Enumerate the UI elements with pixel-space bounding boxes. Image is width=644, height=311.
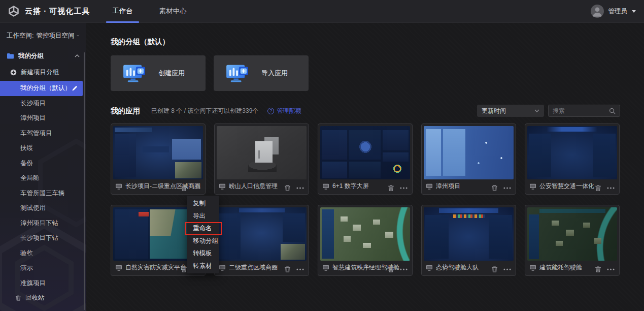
sidebar-group-item[interactable]: 车驾管项目 — [0, 126, 86, 141]
app-card[interactable]: 崂山人口信息管理 — [214, 123, 309, 195]
app-card[interactable]: 智慧建筑秩序经理驾驶舱 — [318, 205, 413, 276]
app-card[interactable]: 态势驾驶舱大队 — [421, 205, 516, 276]
chevron-down-icon[interactable] — [632, 10, 636, 13]
app-card[interactable]: 漳州项目 — [421, 123, 516, 195]
delete-icon[interactable] — [595, 184, 601, 192]
person-icon — [591, 5, 604, 18]
sort-value: 更新时间 — [482, 107, 506, 115]
sidebar-group-item[interactable]: 备份 — [0, 156, 86, 171]
sidebar-group-item[interactable]: 全局舱 — [0, 171, 86, 186]
group-item-label: 漳州项目 — [20, 114, 46, 122]
app-card[interactable]: 6+1 数字大屏 — [318, 123, 413, 195]
more-icon[interactable] — [503, 187, 511, 189]
sidebar-group-item[interactable]: 漳州项目 — [0, 111, 86, 126]
app-thumbnail — [527, 126, 617, 179]
quota-text: 已创建 8 个 / 该空间下还可以创建339个 — [151, 107, 258, 115]
screen-icon — [529, 183, 536, 190]
app-card-actions — [595, 266, 615, 273]
context-menu-item[interactable]: 移动分组 — [187, 235, 219, 247]
app-thumbnail — [424, 126, 514, 179]
manage-quota-link[interactable]: 管理配额 — [277, 107, 301, 115]
sidebar-group-item[interactable]: 扶绥 — [0, 141, 86, 156]
context-menu-item[interactable]: 转素材 — [187, 260, 219, 272]
topbar-tab[interactable]: 素材中心 — [146, 0, 200, 23]
recycle-label: 回收站 — [25, 294, 45, 302]
group-item-label: 测试使用 — [20, 204, 46, 212]
delete-icon[interactable] — [388, 184, 394, 192]
group-item-label: 长沙项目 — [20, 99, 46, 108]
delete-icon[interactable] — [491, 266, 498, 273]
group-item-label: 准旗项目 — [20, 279, 46, 288]
folder-icon — [7, 53, 14, 59]
context-menu-item[interactable]: 转模板 — [187, 247, 219, 260]
app-card[interactable]: 公安智慧交通一体化 — [525, 123, 620, 195]
app-title: 态势驾驶舱大队 — [436, 263, 479, 272]
app-card[interactable]: 建筑能耗驾驶舱 — [525, 205, 620, 276]
logo-title: 云搭 · 可视化工具 — [25, 7, 90, 16]
create-app-button[interactable]: 创建应用 — [111, 55, 206, 91]
app-title: 崂山人口信息管理 — [229, 182, 278, 191]
workspace-selector[interactable]: 工作空间: 管控项目空间 — [0, 23, 86, 48]
delete-icon[interactable] — [284, 184, 291, 192]
sidebar-group-item[interactable]: 准旗项目 — [0, 276, 86, 291]
my-groups-header[interactable]: 我的分组 — [0, 48, 86, 64]
sort-dropdown[interactable]: 更新时间 — [477, 105, 544, 117]
app-card-actions — [181, 184, 200, 192]
new-group-button[interactable]: 新建项目分组 — [0, 64, 86, 81]
more-icon[interactable] — [607, 187, 615, 189]
app-card-actions — [388, 266, 408, 273]
trash-icon — [15, 295, 21, 301]
screen-icon — [115, 265, 122, 271]
more-icon[interactable] — [400, 268, 408, 270]
import-app-label: 导入应用 — [261, 69, 288, 78]
app-thumbnail — [217, 207, 307, 261]
more-icon[interactable] — [400, 187, 408, 189]
search-input[interactable] — [553, 107, 609, 114]
more-icon[interactable] — [503, 268, 511, 270]
more-icon[interactable] — [607, 268, 615, 270]
my-groups-label: 我的分组 — [18, 52, 44, 60]
help-icon[interactable]: ? — [267, 108, 274, 114]
plus-circle-icon — [10, 69, 17, 76]
group-item-label: 我的分组（默认） — [20, 84, 71, 92]
more-icon[interactable] — [296, 268, 304, 270]
delete-icon[interactable] — [388, 266, 394, 273]
app-card-actions — [491, 266, 511, 273]
sidebar-group-item[interactable]: 验收 — [0, 246, 86, 261]
sidebar-group-item[interactable]: 车管所国三车辆 — [0, 186, 86, 201]
delete-icon[interactable] — [491, 184, 498, 192]
workspace-value: 管控项目空间 — [36, 32, 74, 40]
sidebar-group-item[interactable]: 漳州项目下钻 — [0, 216, 86, 231]
avatar[interactable] — [591, 5, 604, 18]
sidebar-scrollbar[interactable] — [84, 52, 85, 310]
sidebar-group-item[interactable]: 演示 — [0, 261, 86, 276]
more-icon[interactable] — [193, 187, 200, 189]
app-card[interactable]: 二级重点区域商圈 — [214, 205, 309, 276]
delete-icon[interactable] — [181, 184, 187, 192]
group-item-label: 扶绥 — [20, 144, 33, 152]
app-title: 漳州项目 — [436, 182, 460, 191]
context-menu-item[interactable]: 导出 — [187, 210, 219, 223]
context-menu-item[interactable]: 重命名 — [187, 222, 219, 235]
sidebar-group-item[interactable]: 长沙项目下钻 — [0, 231, 86, 246]
context-menu-item[interactable]: 复制 — [187, 197, 219, 210]
topbar-tab[interactable]: 工作台 — [99, 0, 146, 23]
new-group-label: 新建项目分组 — [21, 68, 59, 77]
topbar: 云搭 · 可视化工具 工作台 素材中心 管理员 — [0, 0, 644, 23]
sidebar-group-item[interactable]: 长沙项目 — [0, 96, 86, 111]
screen-icon — [219, 265, 226, 271]
sidebar-group-item[interactable]: 我的分组（默认） — [0, 81, 83, 96]
delete-icon[interactable] — [595, 266, 601, 273]
monitor-plus-icon — [226, 63, 249, 83]
app-card[interactable]: 长沙项目-二级重点区域商圈 — [111, 123, 206, 195]
import-app-button[interactable]: 导入应用 — [214, 55, 309, 91]
app-title: 自然灾害防灾减灾平台 — [125, 263, 186, 272]
sidebar-group-item[interactable]: 测试使用 — [0, 201, 86, 216]
app-card-actions — [491, 184, 511, 192]
delete-icon[interactable] — [284, 266, 291, 273]
more-icon[interactable] — [296, 187, 304, 189]
username[interactable]: 管理员 — [608, 7, 628, 16]
recycle-bin[interactable]: 回收站 — [0, 291, 86, 306]
group-item-label: 车管所国三车辆 — [20, 189, 65, 198]
edit-pencil-icon[interactable] — [72, 85, 78, 91]
